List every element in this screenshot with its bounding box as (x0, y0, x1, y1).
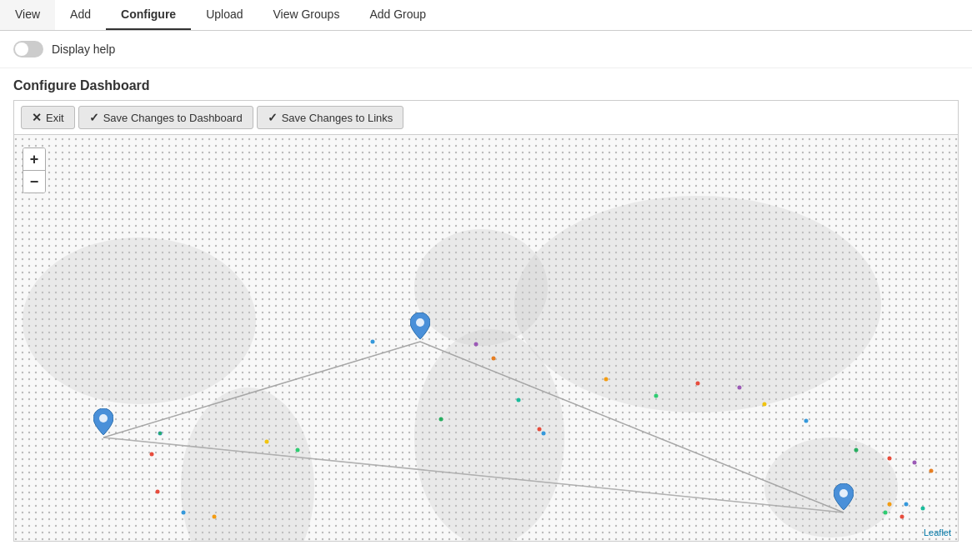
svg-point-30 (738, 386, 742, 390)
display-help-toggle[interactable] (13, 41, 43, 58)
svg-point-23 (492, 357, 496, 361)
save-dashboard-label: Save Changes to Dashboard (103, 112, 243, 124)
leaflet-attribution[interactable]: Leaflet (924, 528, 951, 538)
exit-label: Exit (46, 112, 64, 124)
zoom-out-button[interactable]: − (23, 171, 45, 192)
svg-point-29 (696, 382, 700, 386)
svg-point-17 (213, 515, 217, 519)
svg-point-41 (900, 515, 904, 519)
svg-point-15 (156, 490, 160, 494)
svg-point-38 (921, 507, 925, 511)
map-pin-3[interactable] (834, 483, 854, 512)
svg-point-37 (904, 502, 909, 507)
svg-point-42 (158, 432, 162, 435)
x-icon: ✕ (32, 111, 42, 124)
svg-point-45 (99, 414, 108, 422)
tab-view[interactable]: View (0, 0, 55, 30)
svg-point-6 (514, 196, 881, 412)
check-icon-links: ✓ (268, 111, 278, 124)
svg-point-21 (439, 418, 443, 422)
save-links-button[interactable]: ✓ Save Changes to Links (257, 106, 404, 129)
save-dashboard-button[interactable]: ✓ Save Changes to Dashboard (78, 106, 253, 129)
svg-point-46 (839, 489, 848, 498)
map-container: ✕ Exit ✓ Save Changes to Dashboard ✓ Sav… (13, 100, 959, 542)
svg-point-16 (182, 511, 186, 515)
svg-point-36 (929, 469, 934, 473)
svg-point-43 (371, 340, 375, 344)
svg-point-27 (604, 378, 609, 382)
display-help-label: Display help (52, 42, 115, 56)
svg-point-2 (23, 238, 256, 404)
tab-bar: View Add Configure Upload View Groups Ad… (0, 0, 972, 31)
svg-point-34 (888, 457, 892, 461)
svg-point-28 (654, 394, 659, 398)
section-title: Configure Dashboard (0, 68, 972, 100)
tab-view-groups[interactable]: View Groups (258, 0, 355, 30)
check-icon-dashboard: ✓ (89, 111, 99, 124)
svg-point-35 (913, 461, 917, 465)
map-pin-2[interactable] (93, 408, 113, 438)
toggle-knob (15, 42, 28, 56)
svg-point-25 (538, 428, 542, 432)
tab-configure[interactable]: Configure (106, 0, 191, 30)
svg-point-19 (265, 440, 269, 444)
leaflet-link[interactable]: Leaflet (924, 528, 951, 538)
zoom-controls: + − (23, 148, 46, 193)
save-links-label: Save Changes to Links (282, 112, 393, 124)
svg-point-14 (150, 452, 154, 457)
tab-upload[interactable]: Upload (191, 0, 258, 30)
svg-point-20 (296, 448, 300, 452)
map-toolbar: ✕ Exit ✓ Save Changes to Dashboard ✓ Sav… (14, 101, 958, 135)
svg-point-32 (804, 419, 809, 423)
tab-add-group[interactable]: Add Group (354, 0, 441, 30)
svg-point-40 (884, 511, 888, 515)
svg-point-44 (416, 318, 424, 327)
display-help-row: Display help (0, 31, 972, 68)
svg-point-31 (763, 402, 767, 407)
svg-point-24 (517, 398, 521, 402)
map-pin-1[interactable] (410, 312, 430, 342)
svg-point-39 (888, 502, 892, 507)
exit-button[interactable]: ✕ Exit (21, 106, 75, 129)
svg-point-26 (542, 432, 546, 436)
svg-point-22 (474, 342, 478, 347)
tab-add[interactable]: Add (55, 0, 106, 30)
svg-point-33 (854, 448, 859, 452)
zoom-in-button[interactable]: + (23, 148, 45, 170)
map-dots-area[interactable] (14, 138, 958, 541)
svg-point-7 (764, 438, 898, 538)
